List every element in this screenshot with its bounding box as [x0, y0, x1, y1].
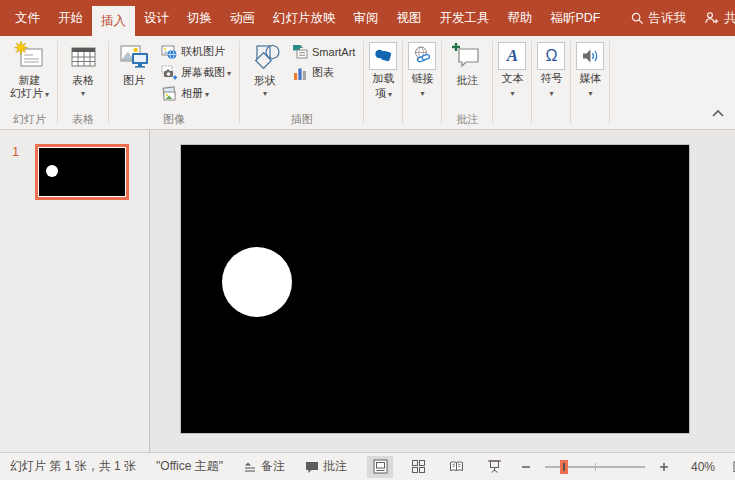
addins-label-line2: 项 — [375, 87, 392, 101]
online-pictures-icon — [161, 44, 177, 60]
chart-label: 图表 — [312, 65, 334, 80]
tab-foxit-pdf[interactable]: 福昕PDF — [542, 0, 610, 36]
links-button[interactable]: 链接 — [408, 39, 436, 97]
tell-me-label: 告诉我 — [649, 10, 687, 27]
fit-to-window-button[interactable] — [727, 456, 735, 478]
slideshow-view-button[interactable] — [481, 456, 507, 478]
slide-thumbnail-1[interactable] — [35, 144, 129, 200]
chart-button[interactable]: 图表 — [289, 62, 358, 83]
notes-label: 备注 — [261, 458, 285, 475]
new-slide-label-line1: 新建 — [19, 74, 41, 87]
normal-view-button[interactable] — [367, 456, 393, 478]
pictures-icon — [117, 40, 151, 74]
powerpoint-window: 文件 开始 插入 设计 切换 动画 幻灯片放映 审阅 视图 开发工具 帮助 福昕… — [0, 0, 735, 480]
omega-icon: Ω — [537, 42, 565, 70]
photo-album-button[interactable]: 相册 — [158, 83, 234, 104]
tell-me-button[interactable]: 告诉我 — [622, 0, 696, 36]
status-bar: 幻灯片 第 1 张，共 1 张 "Office 主题" 备注 批注 — [0, 452, 735, 480]
zoom-out-button[interactable] — [519, 459, 533, 475]
pictures-label: 图片 — [123, 74, 145, 87]
theme-name[interactable]: "Office 主题" — [156, 458, 223, 475]
smartart-button[interactable]: SmartArt — [289, 41, 358, 62]
ribbon-group-slides: 新建 幻灯片 幻灯片 — [2, 39, 57, 129]
comment-icon — [305, 460, 319, 474]
shapes-icon — [248, 40, 282, 74]
online-pictures-button[interactable]: 联机图片 — [158, 41, 234, 62]
plus-icon — [659, 462, 669, 472]
screenshot-label: 屏幕截图 — [181, 65, 231, 80]
share-label: 共享 — [724, 10, 735, 27]
screenshot-icon — [161, 65, 177, 81]
addins-button[interactable]: 加载 项 — [369, 39, 397, 101]
pictures-button[interactable]: 图片 — [114, 39, 154, 88]
reading-view-icon — [449, 459, 464, 474]
chart-icon — [292, 65, 308, 81]
white-circle-shape[interactable] — [222, 247, 292, 317]
text-button[interactable]: A 文本 — [498, 39, 526, 97]
tab-file[interactable]: 文件 — [6, 0, 49, 36]
symbols-button[interactable]: Ω 符号 — [537, 39, 565, 97]
slide-number: 1 — [12, 144, 19, 159]
slide-indicator[interactable]: 幻灯片 第 1 张，共 1 张 — [10, 458, 136, 475]
thumbnail-circle-shape — [46, 165, 58, 177]
new-comment-label: 批注 — [456, 74, 478, 87]
text-icon: A — [498, 42, 526, 70]
group-caption-images: 图像 — [163, 112, 185, 129]
ribbon-tab-bar: 文件 开始 插入 设计 切换 动画 幻灯片放映 审阅 视图 开发工具 帮助 福昕… — [0, 0, 735, 36]
ribbon-group-illustrations: 形状 SmartArt 图表 — [240, 39, 363, 129]
zoom-in-button[interactable] — [657, 459, 671, 475]
ribbon-group-addins: 加载 项 — [364, 39, 402, 129]
status-bar-right: 40% — [367, 456, 735, 478]
normal-view-icon — [373, 459, 388, 474]
notes-toggle-button[interactable]: 备注 — [243, 458, 285, 475]
zoom-level[interactable]: 40% — [683, 460, 715, 474]
symbols-label: 符号 — [540, 72, 562, 85]
text-dropdown-arrow — [510, 87, 514, 97]
tab-developer[interactable]: 开发工具 — [431, 0, 499, 36]
comments-label: 批注 — [323, 458, 347, 475]
ribbon-group-links: 链接 — [403, 39, 441, 129]
new-comment-button[interactable]: 批注 — [447, 39, 487, 88]
shapes-button[interactable]: 形状 — [245, 39, 285, 98]
ribbon-divider — [609, 41, 610, 124]
tab-help[interactable]: 帮助 — [499, 0, 542, 36]
share-person-icon — [704, 11, 719, 25]
tab-transitions[interactable]: 切换 — [178, 0, 221, 36]
tab-slide-show[interactable]: 幻灯片放映 — [264, 0, 345, 36]
new-comment-icon — [450, 40, 484, 74]
tab-design[interactable]: 设计 — [135, 0, 178, 36]
photo-album-label: 相册 — [181, 86, 209, 101]
group-caption-illustrations: 插图 — [291, 112, 313, 129]
ribbon-group-images: 图片 联机图片 屏幕截图 — [109, 39, 239, 129]
ribbon-group-comments: 批注 批注 — [442, 39, 492, 129]
ribbon-group-tables: 表格 表格 — [58, 39, 108, 129]
photo-album-icon — [161, 86, 177, 102]
table-button[interactable]: 表格 — [63, 39, 103, 98]
new-slide-label-line2: 幻灯片 — [10, 87, 49, 101]
group-caption-tables: 表格 — [72, 112, 94, 129]
smartart-label: SmartArt — [312, 46, 355, 58]
tab-animations[interactable]: 动画 — [221, 0, 264, 36]
comments-toggle-button[interactable]: 批注 — [305, 458, 347, 475]
table-icon — [66, 40, 100, 74]
screenshot-button[interactable]: 屏幕截图 — [158, 62, 234, 83]
tab-view[interactable]: 视图 — [388, 0, 431, 36]
new-slide-button[interactable]: 新建 幻灯片 — [7, 39, 52, 102]
slide-thumbnail-content — [39, 148, 125, 196]
zoom-slider[interactable] — [545, 459, 645, 475]
shapes-dropdown-arrow — [263, 87, 267, 97]
tab-home[interactable]: 开始 — [49, 0, 92, 36]
search-icon — [631, 12, 644, 25]
reading-view-button[interactable] — [443, 456, 469, 478]
links-label: 链接 — [411, 72, 433, 85]
collapse-ribbon-button[interactable] — [711, 104, 725, 122]
share-button[interactable]: 共享 — [695, 0, 735, 36]
tab-insert[interactable]: 插入 — [92, 6, 135, 36]
tab-review[interactable]: 审阅 — [345, 0, 388, 36]
slide-sorter-view-button[interactable] — [405, 456, 431, 478]
zoom-slider-thumb[interactable] — [560, 460, 568, 474]
media-button[interactable]: 媒体 — [576, 39, 604, 97]
links-dropdown-arrow — [420, 87, 424, 97]
slide-editing-area[interactable] — [181, 145, 689, 433]
ribbon-group-symbols: Ω 符号 — [532, 39, 570, 129]
